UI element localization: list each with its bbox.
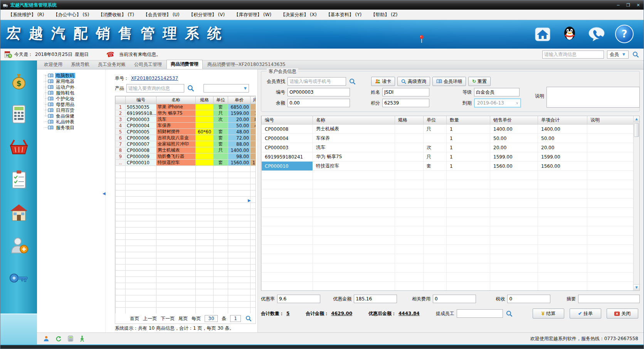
qq-icon[interactable]: [561, 25, 578, 42]
tab-6[interactable]: 商品消费管理--XF20180325143635: [203, 61, 289, 69]
discount-rate-input[interactable]: [277, 295, 320, 303]
menu-item[interactable]: 【基本资料】 (Y): [321, 10, 367, 20]
menu-item[interactable]: 【系统维护】 (R): [3, 10, 49, 20]
sales-moneybag-icon[interactable]: $: [9, 71, 29, 91]
member-search-button[interactable]: [348, 78, 356, 85]
tab-1[interactable]: 欢迎使用: [40, 61, 66, 69]
tree-item-个护化妆[interactable]: 个护化妆: [42, 96, 105, 101]
scroll-thumb[interactable]: [634, 123, 639, 137]
collapse-right-arrow[interactable]: ▶: [248, 198, 251, 202]
page-prev-link[interactable]: 上一页: [143, 315, 157, 322]
product-filter-select[interactable]: ▼: [203, 84, 249, 93]
staff-search-button[interactable]: [505, 310, 513, 317]
search-type-select[interactable]: 会员 ▼: [607, 51, 629, 59]
tree-item-家用电器[interactable]: 家用电器: [42, 78, 105, 84]
member-search-input[interactable]: [288, 77, 346, 86]
tab-5[interactable]: 商品消费管理: [166, 60, 203, 69]
close-button[interactable]: ✕: [635, 3, 641, 8]
member-balance-input[interactable]: [288, 99, 350, 107]
tax-input[interactable]: [507, 295, 550, 303]
hold-order-button[interactable]: ✔ 挂单: [570, 309, 601, 319]
table-row[interactable]: 3CP000003洗车次20.0080: [116, 116, 256, 123]
summary-input[interactable]: [578, 295, 640, 303]
cart-basket-icon[interactable]: [9, 137, 29, 157]
global-search-button[interactable]: [632, 51, 640, 58]
refresh-status-icon[interactable]: [55, 336, 62, 342]
settle-button[interactable]: ¥ 结算: [533, 309, 564, 319]
cashier-calculator-icon[interactable]: [9, 104, 29, 124]
related-fee-input[interactable]: [433, 295, 476, 303]
member-add-icon[interactable]: [9, 235, 29, 255]
cart-scrollbar[interactable]: ▲ ▼: [633, 116, 639, 290]
tab-3[interactable]: 员工业务对账: [94, 61, 129, 69]
member-expiry-select[interactable]: 2019-06-13 ∨: [474, 98, 521, 108]
table-row[interactable]: 150530035苹果 iPhone套6850.004: [116, 104, 256, 110]
page-last-link[interactable]: 尾页: [178, 315, 188, 322]
menu-item[interactable]: 【积分管理】 (V): [184, 10, 229, 20]
maximize-button[interactable]: ❐: [625, 3, 631, 8]
global-search-input[interactable]: [542, 51, 604, 59]
warehouse-house-icon[interactable]: [9, 202, 29, 223]
scroll-up-arrow[interactable]: ▲: [634, 116, 639, 122]
discount-amount-input[interactable]: [354, 295, 397, 303]
member-code-input[interactable]: [288, 88, 350, 96]
per-page-input[interactable]: [205, 315, 218, 322]
close-order-button[interactable]: ✕ 关闭: [607, 309, 638, 319]
table-row[interactable]: 7CP000007全家福照片冲印套88.000: [116, 141, 256, 147]
table-row[interactable]: 9CP000009动折叠飞行器98.000: [116, 153, 256, 160]
orders-clipboard-icon[interactable]: [9, 170, 29, 190]
tab-4[interactable]: 公司员工管理: [130, 61, 166, 69]
table-row[interactable]: 5CP000005招财树摆件60*60套48.000: [116, 129, 256, 135]
member-name-input[interactable]: [382, 88, 429, 96]
tab-2[interactable]: 系统导航: [67, 61, 93, 69]
help-button[interactable]: ?: [615, 25, 634, 43]
reset-button[interactable]: ↻ 重置: [468, 77, 491, 86]
member-points-input[interactable]: [382, 99, 429, 107]
page-go-button[interactable]: [245, 315, 252, 322]
tree-item-日用百货[interactable]: 日用百货: [42, 107, 105, 113]
table-row[interactable]: 2691995918...华为 畅享7S只1599.0011: [116, 110, 256, 116]
cart-row[interactable]: CP000003洗车次120.0020.00: [262, 143, 634, 152]
menu-item[interactable]: 【决策分析】 (X): [276, 10, 321, 20]
page-number-input[interactable]: [230, 315, 241, 322]
product-search-button[interactable]: [187, 85, 195, 92]
walker-status-icon[interactable]: [79, 336, 86, 342]
member-detail-button[interactable]: 会员详细: [432, 77, 466, 86]
phone-contact-icon[interactable]: [588, 25, 605, 42]
tree-item-服务项目[interactable]: 服务项目: [42, 125, 105, 130]
table-row[interactable]: 8CP000008男士机械表只1400.002: [116, 147, 256, 153]
home-icon[interactable]: [534, 25, 551, 42]
menu-item[interactable]: 【消费收银】 (T): [94, 10, 139, 20]
product-search-input[interactable]: [126, 84, 184, 93]
cart-row[interactable]: 6919959180241华为 畅享7S只11599.001599.00: [262, 152, 634, 162]
tree-item-母婴用品[interactable]: 母婴用品: [42, 101, 105, 107]
cart-row[interactable]: CP000004车保养150.0050.00: [262, 134, 634, 143]
table-row[interactable]: 6CP000006吉祥丸纹八音盒套72.000: [116, 135, 256, 141]
user-status-icon[interactable]: [42, 336, 50, 342]
key-icon[interactable]: [9, 268, 29, 288]
advanced-query-button[interactable]: 高级查询: [397, 77, 430, 86]
page-next-link[interactable]: 下一页: [161, 315, 175, 322]
member-level-input[interactable]: [474, 88, 520, 96]
menu-item[interactable]: 【帮助】 (Z): [366, 10, 402, 20]
page-first-link[interactable]: 首页: [130, 315, 139, 322]
menu-item[interactable]: 【办公中心】 (S): [49, 10, 94, 20]
menu-item[interactable]: 【会员管理】 (U): [139, 10, 184, 20]
minimize-button[interactable]: ─: [615, 3, 621, 8]
cart-row[interactable]: CP000008男士机械表只11400.001400.00: [262, 125, 634, 134]
commission-staff-input[interactable]: [457, 309, 503, 318]
tree-item-食品保健[interactable]: 食品保健: [42, 113, 105, 119]
read-card-button[interactable]: 读卡: [371, 77, 395, 86]
tree-item-礼品钟表[interactable]: 礼品钟表: [42, 119, 105, 125]
collapse-left-arrow[interactable]: ◀: [103, 191, 106, 196]
menu-item[interactable]: 【库存管理】 (W): [229, 10, 276, 20]
tree-item-运动户外[interactable]: 运动户外: [42, 84, 105, 90]
calculator-status-icon[interactable]: [67, 336, 74, 342]
table-row[interactable]: ..CP000010特技遥控车套1560.0017.5: [116, 160, 256, 166]
cart-row[interactable]: CP000010特技遥控车套11560.001560.00: [262, 162, 634, 171]
member-note-textarea[interactable]: [546, 87, 640, 108]
tree-item-服饰鞋包[interactable]: 服饰鞋包: [42, 90, 105, 96]
scroll-down-arrow[interactable]: ▼: [634, 284, 639, 290]
order-no-link[interactable]: XF20180325142537: [131, 76, 178, 81]
table-row[interactable]: 4CP000004车保养50.0042: [116, 123, 256, 129]
